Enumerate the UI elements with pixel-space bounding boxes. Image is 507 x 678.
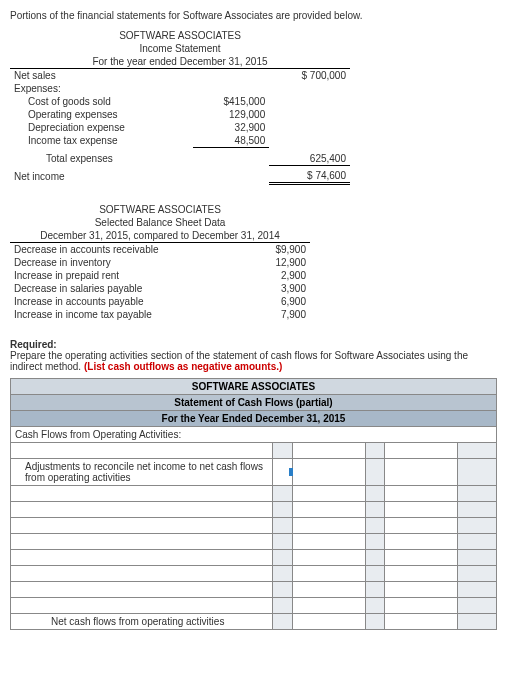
ws-cell[interactable] bbox=[11, 598, 273, 614]
ws-cell[interactable] bbox=[385, 566, 458, 582]
bs-row-label: Decrease in accounts receivable bbox=[10, 243, 249, 257]
ws-cell[interactable] bbox=[385, 459, 458, 486]
ws-cell[interactable] bbox=[365, 534, 384, 550]
ws-cell[interactable] bbox=[273, 566, 292, 582]
ws-cell[interactable] bbox=[365, 566, 384, 582]
ws-cell[interactable] bbox=[11, 550, 273, 566]
ws-cell[interactable] bbox=[385, 582, 458, 598]
ws-section-label: Cash Flows from Operating Activities: bbox=[11, 427, 497, 443]
ws-cell[interactable] bbox=[11, 534, 273, 550]
ws-cell[interactable] bbox=[365, 614, 384, 630]
ws-cell[interactable] bbox=[385, 534, 458, 550]
ws-cell[interactable] bbox=[365, 486, 384, 502]
is-period: For the year ended December 31, 2015 bbox=[10, 55, 350, 69]
ws-cell[interactable] bbox=[273, 518, 292, 534]
ws-cell[interactable] bbox=[292, 486, 365, 502]
net-income-value: $ 74,600 bbox=[269, 169, 350, 184]
opex-value: 129,000 bbox=[193, 108, 270, 121]
ws-cell[interactable] bbox=[458, 443, 497, 459]
ws-cell[interactable] bbox=[458, 550, 497, 566]
ws-cell[interactable] bbox=[385, 518, 458, 534]
is-company: SOFTWARE ASSOCIATES bbox=[10, 29, 350, 42]
ws-cell[interactable] bbox=[458, 459, 497, 486]
ws-adjustments-label: Adjustments to reconcile net income to n… bbox=[11, 459, 273, 486]
ws-cell[interactable] bbox=[273, 614, 292, 630]
ws-cell[interactable] bbox=[458, 614, 497, 630]
ws-cell[interactable] bbox=[292, 502, 365, 518]
required-note: (List cash outflows as negative amounts.… bbox=[84, 361, 282, 372]
dep-value: 32,900 bbox=[193, 121, 270, 134]
ws-company: SOFTWARE ASSOCIATES bbox=[11, 379, 497, 395]
total-exp-label: Total expenses bbox=[10, 152, 193, 166]
ws-input-cell[interactable] bbox=[11, 443, 273, 459]
ws-cell[interactable] bbox=[365, 443, 384, 459]
ws-cell[interactable] bbox=[385, 443, 458, 459]
ws-cell[interactable] bbox=[458, 486, 497, 502]
ws-cell[interactable] bbox=[365, 550, 384, 566]
bs-period: December 31, 2015, compared to December … bbox=[10, 229, 310, 243]
cogs-value: $415,000 bbox=[193, 95, 270, 108]
ws-cell[interactable] bbox=[11, 518, 273, 534]
ws-cell[interactable] bbox=[273, 443, 292, 459]
ws-cell[interactable] bbox=[273, 502, 292, 518]
opex-label: Operating expenses bbox=[10, 108, 193, 121]
tax-label: Income tax expense bbox=[10, 134, 193, 148]
ws-cell[interactable] bbox=[292, 566, 365, 582]
bs-row-value: 3,900 bbox=[249, 282, 310, 295]
ws-cell[interactable] bbox=[11, 502, 273, 518]
ws-cell[interactable] bbox=[458, 566, 497, 582]
ws-active-cell[interactable] bbox=[273, 459, 292, 486]
required-block: Required: Prepare the operating activiti… bbox=[10, 339, 497, 372]
bs-title: Selected Balance Sheet Data bbox=[10, 216, 310, 229]
worksheet: SOFTWARE ASSOCIATES Statement of Cash Fl… bbox=[10, 378, 497, 630]
bs-company: SOFTWARE ASSOCIATES bbox=[10, 203, 310, 216]
ws-cell[interactable] bbox=[365, 459, 384, 486]
bs-row-label: Increase in accounts payable bbox=[10, 295, 249, 308]
dep-label: Depreciation expense bbox=[10, 121, 193, 134]
ws-cell[interactable] bbox=[273, 486, 292, 502]
ws-cell[interactable] bbox=[365, 502, 384, 518]
ws-cell[interactable] bbox=[292, 598, 365, 614]
ws-cell[interactable] bbox=[385, 502, 458, 518]
ws-cell[interactable] bbox=[292, 534, 365, 550]
ws-cell[interactable] bbox=[385, 550, 458, 566]
ws-cell[interactable] bbox=[292, 582, 365, 598]
ws-cell[interactable] bbox=[458, 598, 497, 614]
bs-row-value: 2,900 bbox=[249, 269, 310, 282]
expenses-label: Expenses: bbox=[10, 82, 193, 95]
bs-row-label: Increase in income tax payable bbox=[10, 308, 249, 321]
tax-value: 48,500 bbox=[193, 134, 270, 148]
bs-row-label: Decrease in inventory bbox=[10, 256, 249, 269]
ws-cell[interactable] bbox=[292, 443, 365, 459]
net-sales-value: $ 700,000 bbox=[269, 69, 350, 83]
ws-cell[interactable] bbox=[273, 582, 292, 598]
ws-cell[interactable] bbox=[458, 502, 497, 518]
ws-cell[interactable] bbox=[11, 566, 273, 582]
ws-cell[interactable] bbox=[458, 518, 497, 534]
ws-cell[interactable] bbox=[385, 486, 458, 502]
is-title: Income Statement bbox=[10, 42, 350, 55]
bs-row-value: 7,900 bbox=[249, 308, 310, 321]
ws-cell[interactable] bbox=[292, 550, 365, 566]
ws-cell[interactable] bbox=[458, 534, 497, 550]
ws-cell[interactable] bbox=[292, 518, 365, 534]
bs-row-label: Decrease in salaries payable bbox=[10, 282, 249, 295]
ws-cell[interactable] bbox=[365, 598, 384, 614]
net-income-label: Net income bbox=[10, 169, 193, 184]
balance-sheet-section: SOFTWARE ASSOCIATES Selected Balance She… bbox=[10, 203, 497, 321]
income-statement: SOFTWARE ASSOCIATES Income Statement For… bbox=[10, 29, 497, 185]
ws-cell[interactable] bbox=[273, 598, 292, 614]
ws-cell[interactable] bbox=[385, 598, 458, 614]
ws-cell[interactable] bbox=[365, 582, 384, 598]
ws-cell[interactable] bbox=[11, 582, 273, 598]
total-exp-value: 625,400 bbox=[269, 152, 350, 166]
intro-text: Portions of the financial statements for… bbox=[10, 10, 497, 21]
ws-cell[interactable] bbox=[385, 614, 458, 630]
ws-cell[interactable] bbox=[273, 550, 292, 566]
ws-cell[interactable] bbox=[365, 518, 384, 534]
ws-cell[interactable] bbox=[458, 582, 497, 598]
ws-cell[interactable] bbox=[11, 486, 273, 502]
ws-cell[interactable] bbox=[292, 614, 365, 630]
ws-cell[interactable] bbox=[273, 534, 292, 550]
ws-cell[interactable] bbox=[292, 459, 365, 486]
